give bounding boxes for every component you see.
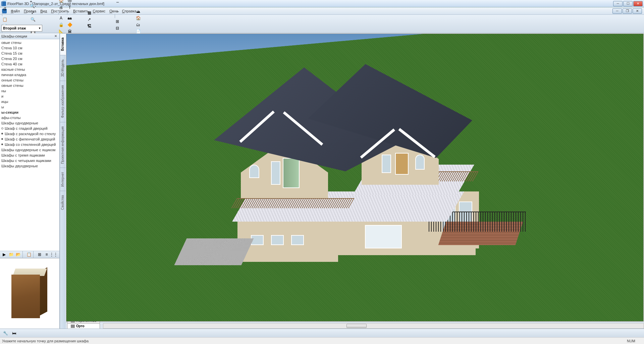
vtab-3[interactable]: Проектная информация <box>60 122 66 168</box>
close-button[interactable]: ✕ <box>633 1 643 6</box>
floor-selector[interactable]: Второй этаж <box>1 25 42 32</box>
catalog-item[interactable]: онные стены <box>0 77 59 83</box>
menu-Вид[interactable]: Вид <box>38 8 49 14</box>
menu-Файл[interactable]: Файл <box>9 8 22 14</box>
toolbar-button[interactable]: 🏘 <box>66 15 73 21</box>
toolbar-button[interactable]: ⎺ <box>114 1 121 7</box>
catalog-item[interactable]: Шкаф с гладкой дверцей <box>0 126 59 131</box>
window-title: FloorPlan 3D - [Загородн_2-эт_Среди песч… <box>7 2 613 6</box>
side-tool-3[interactable]: 📂 <box>15 251 21 258</box>
toolbar-button[interactable]: ⊞ <box>114 18 121 25</box>
catalog-item[interactable]: пичная кладка <box>0 72 59 77</box>
toolbar-button[interactable]: 🔶 <box>66 21 73 28</box>
minimize-button[interactable]: ─ <box>613 1 623 6</box>
window-controls: ─ ☐ ✕ <box>613 1 643 6</box>
vtab-1[interactable]: 3D-Модель <box>60 55 66 81</box>
mdi-minimize[interactable]: ─ <box>612 8 622 14</box>
status-bar: Укажите начальную точку для размещения ш… <box>0 337 644 344</box>
catalog-item[interactable]: Шкафы двухдверные <box>0 163 59 169</box>
menu-Сервис[interactable]: Сервис <box>91 8 108 14</box>
catalog-item[interactable]: афы-столы <box>0 115 59 120</box>
toolbar-button[interactable]: 🗂 <box>135 21 142 28</box>
bottom-tool-1[interactable]: 🔧 <box>2 330 9 337</box>
side-tool-2[interactable]: 📁 <box>8 251 14 258</box>
side-tool-7[interactable]: ⋮⋮ <box>50 251 57 258</box>
mdi-restore[interactable]: ❐ <box>623 8 632 14</box>
catalog-item[interactable]: ицы <box>0 99 59 104</box>
toolbar-button[interactable]: T <box>66 4 73 11</box>
toolbar-button[interactable]: 🔍- <box>30 3 36 9</box>
bottom-toolbar: 🔧 🛏 <box>0 329 644 337</box>
toolbar-button[interactable]: 🏠 <box>58 0 64 4</box>
3d-viewport[interactable] <box>66 34 644 322</box>
mdi-controls: ─ ❐ ✕ <box>612 8 642 14</box>
vtab-2[interactable]: Фильтр изображения <box>60 81 66 122</box>
catalog-item[interactable]: Стена 10 см <box>0 45 59 51</box>
maximize-button[interactable]: ☐ <box>623 1 633 6</box>
toolbar-button[interactable]: A <box>58 15 64 21</box>
catalog-item[interactable]: овые стены <box>0 40 59 45</box>
toolbar-button[interactable]: ⛰ <box>135 8 142 15</box>
preview-cabinet <box>11 269 48 319</box>
sidebar-header: Шкафы-секции ✕ <box>0 33 59 39</box>
catalog-item[interactable]: Шкаф со стеклянной дверцей <box>0 142 59 147</box>
catalog-item[interactable]: Шкафы с тремя ящиками <box>0 153 59 158</box>
side-tool-1[interactable]: ▶ <box>1 251 7 258</box>
catalog-item[interactable]: Шкафы с четырьмя ящиками <box>0 158 59 163</box>
catalog-item[interactable]: ы-секции <box>0 110 59 115</box>
vtab-4[interactable]: Интернет <box>60 168 66 191</box>
toolbar-button[interactable]: 🖨 <box>1 5 8 12</box>
main-area: Шкафы-секции ✕ овые стеныСтена 10 смСтен… <box>0 33 644 329</box>
vertical-tabs: Вставка3D-МодельФильтр изображенияПроект… <box>60 33 66 329</box>
toolbar-button[interactable]: Ⓜ <box>66 0 73 4</box>
side-tool-6[interactable]: ≡ <box>43 251 50 258</box>
catalog-item[interactable]: Шкаф с раскладкой по стеклу <box>0 131 59 136</box>
view-tabs: ПланПерспективаОрто <box>66 322 644 329</box>
catalog-item[interactable]: касные стены <box>0 67 59 72</box>
vtab-0[interactable]: Вставка <box>60 33 66 55</box>
toolbar-row-1: 📄📂💾🖨📋📄↶↷❓ 🔍+🔍-⤢🔍⬚🔲⟳ 🏠🖨A🔒📐⬚ ▦↗🏗 ⎸⎹⎺⎽⊞⊟⊡⊠⊕ <box>1 15 643 23</box>
catalog-list[interactable]: овые стеныСтена 10 смСтена 15 смСтена 20… <box>0 39 59 251</box>
toolbar-button[interactable]: 🔍 <box>30 16 36 23</box>
menu-bar: ФайлПравкаВидПостроитьВставитьСервисОкно… <box>0 7 644 15</box>
toolbar-button[interactable]: ⎽ <box>114 7 121 14</box>
viewtab-icon <box>71 325 75 328</box>
house-model <box>147 57 489 265</box>
mdi-close[interactable]: ✕ <box>633 8 642 14</box>
toolbar-button[interactable]: 🔍+ <box>30 0 36 3</box>
catalog-item[interactable]: Шкафы однодверные <box>0 120 59 126</box>
catalog-item[interactable]: овные стены <box>0 83 59 88</box>
sidebar-toolbar: ▶ 📁 📂 📋 ⊞ ≡ ⋮⋮ <box>0 251 59 258</box>
vtab-5[interactable]: Свойства <box>60 191 66 214</box>
catalog-item[interactable]: Стена 20 см <box>0 56 59 61</box>
catalog-item[interactable]: Стена 40 см <box>0 61 59 67</box>
catalog-item[interactable]: ны <box>0 88 59 94</box>
side-tool-4[interactable]: 📋 <box>25 251 32 258</box>
toolbar-button[interactable]: 🏠 <box>135 15 142 21</box>
catalog-item[interactable]: Стена 15 см <box>0 51 59 56</box>
toolbars: 📄📂💾🖨📋📄↶↷❓ 🔍+🔍-⤢🔍⬚🔲⟳ 🏠🖨A🔒📐⬚ ▦↗🏗 ⎸⎹⎺⎽⊞⊟⊡⊠⊕… <box>0 15 644 33</box>
toolbar-button[interactable]: 🖨 <box>58 4 64 11</box>
catalog-item[interactable]: ы <box>0 104 59 110</box>
catalog-item[interactable]: Шкафы однодверные с ящиком <box>0 147 59 153</box>
side-tool-5[interactable]: ⊞ <box>36 251 43 258</box>
viewtab-Орто[interactable]: Орто <box>67 323 100 329</box>
toolbar-button[interactable]: 💾 <box>1 0 8 1</box>
status-num: NUM <box>620 339 642 343</box>
toolbar-button[interactable]: 📋 <box>1 16 8 23</box>
sidebar-close-icon[interactable]: ✕ <box>53 34 58 38</box>
toolbar-button[interactable]: ⤢ <box>30 9 36 16</box>
status-hint: Укажите начальную точку для размещения ш… <box>2 339 89 343</box>
horizontal-scrollbar[interactable] <box>103 323 644 329</box>
view-area: ПланПерспективаОрто <box>66 33 644 329</box>
toolbar-button[interactable]: ▦ <box>86 9 93 16</box>
title-bar: FloorPlan 3D - [Загородн_2-эт_Среди песч… <box>0 0 644 7</box>
sidebar: Шкафы-секции ✕ овые стеныСтена 10 смСтен… <box>0 33 60 329</box>
catalog-item[interactable]: и <box>0 94 59 99</box>
toolbar-row-2: Второй этаж ↖📙🔑🟫🏠✦〰ⓂT🏘🔶🏛📦🌿◢🟩🟫⬛🟢🟨▮🌳 ⛰🏠🗂📄📁… <box>1 24 643 32</box>
bottom-tool-2[interactable]: 🛏 <box>11 330 17 337</box>
sidebar-title: Шкафы-секции <box>1 34 27 38</box>
preview-pane <box>0 258 59 329</box>
catalog-item[interactable]: Шкаф с филенчатой дверцей <box>0 136 59 142</box>
toolbar-button[interactable]: ↗ <box>86 16 93 23</box>
